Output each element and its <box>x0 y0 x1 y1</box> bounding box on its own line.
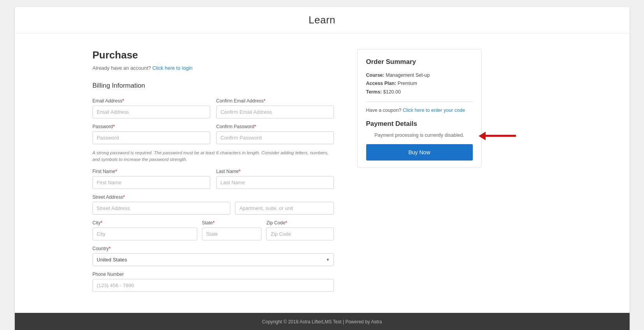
apt-input[interactable] <box>235 202 333 215</box>
arrow-indicator <box>485 135 516 137</box>
first-name-label: First Name* <box>93 169 210 174</box>
last-name-input[interactable] <box>216 176 334 189</box>
payment-disabled-text: Payment processing is currently disabled… <box>366 132 473 138</box>
course-detail: Course: Management Set-up <box>366 71 473 79</box>
country-label: Country* <box>93 246 334 251</box>
country-select-wrapper: United States Canada United Kingdom <box>93 253 334 266</box>
terms-detail: Terms: $120.00 <box>366 88 473 96</box>
last-name-label: Last Name* <box>216 169 334 174</box>
street-label: Street Address* <box>93 194 334 200</box>
password-hint: A strong password is required. The passw… <box>93 150 334 163</box>
confirm-email-input[interactable] <box>216 106 334 118</box>
order-summary-box: Order Summary Course: Management Set-up … <box>357 49 482 168</box>
zip-input[interactable] <box>266 228 333 240</box>
arrow-head <box>479 132 486 140</box>
login-link[interactable]: Click here to login <box>152 65 192 71</box>
phone-input[interactable] <box>93 279 334 292</box>
coupon-link[interactable]: Click here to enter your code <box>403 108 465 113</box>
confirm-password-input[interactable] <box>216 131 334 144</box>
footer-text: Copyright © 2018 Astra LifterLMS Test | … <box>262 319 382 325</box>
sidebar: Order Summary Course: Management Set-up … <box>357 49 482 168</box>
country-select[interactable]: United States Canada United Kingdom <box>93 253 334 266</box>
already-account-text: Already have an account? Click here to l… <box>93 65 334 71</box>
payment-details-title: Payment Details <box>366 120 473 128</box>
password-input[interactable] <box>93 131 210 144</box>
site-header: Learn <box>15 7 630 34</box>
confirm-email-label: Confirm Email Address* <box>216 98 334 104</box>
confirm-password-label: Confirm Password* <box>216 124 334 129</box>
email-input[interactable] <box>93 106 210 118</box>
street-input[interactable] <box>93 202 231 215</box>
order-details: Course: Management Set-up Access Plan: P… <box>366 71 473 102</box>
zip-label: Zip Code* <box>266 220 333 226</box>
phone-label: Phone Number <box>93 272 334 277</box>
state-label: State* <box>202 220 262 226</box>
first-name-input[interactable] <box>93 176 210 189</box>
city-label: City* <box>93 220 197 226</box>
site-title: Learn <box>15 14 630 26</box>
site-footer: Copyright © 2018 Astra LifterLMS Test | … <box>15 313 630 330</box>
password-label: Password* <box>93 124 210 129</box>
order-summary-title: Order Summary <box>366 58 473 66</box>
access-detail: Access Plan: Premium <box>366 79 473 88</box>
coupon-text: Have a coupon? Click here to enter your … <box>366 108 473 113</box>
arrow-line <box>485 135 516 137</box>
city-input[interactable] <box>93 228 197 240</box>
buy-now-button[interactable]: Buy Now <box>366 144 473 161</box>
state-input[interactable] <box>202 228 262 240</box>
page-title: Purchase <box>93 49 334 61</box>
billing-title: Billing Information <box>93 82 334 90</box>
email-label: Email Address* <box>93 98 210 104</box>
